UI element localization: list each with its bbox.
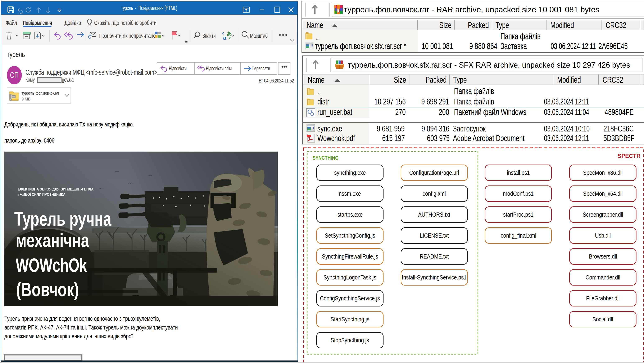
svg-text:あ: あ [227,31,232,36]
svg-text:а: а [223,35,226,41]
